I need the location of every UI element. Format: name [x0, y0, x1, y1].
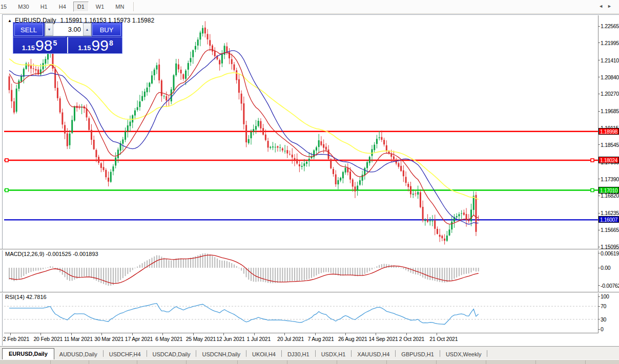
- tab-separator: [315, 350, 316, 357]
- timeframe-button-h1[interactable]: H1: [36, 2, 52, 12]
- buy-price-prefix: 1.15: [78, 44, 91, 52]
- macd-axis-label: 0.006193: [601, 250, 619, 256]
- chart-tab-usdcad[interactable]: USDCAD,Daily: [148, 349, 196, 360]
- timeframe-button-d1[interactable]: D1: [73, 2, 89, 12]
- tab-separator: [103, 350, 104, 357]
- chart-tab-ukoil[interactable]: UKOil,H4: [247, 349, 281, 360]
- timeframe-button-m30[interactable]: M30: [14, 2, 33, 12]
- price-axis-label: 1.17390: [601, 176, 619, 182]
- macd-pane-divider[interactable]: [0, 249, 619, 250]
- time-axis-tick: [71, 333, 72, 335]
- date-axis-label: 7 Aug 2021: [308, 336, 334, 342]
- timeframe-toolbar: 15M30H1H4D1W1MN: [0, 0, 619, 14]
- price-axis-label: 1.22565: [601, 23, 619, 29]
- mt4-terminal: 15M30H1H4D1W1MN ▲EURUSD,Daily1.15991 1.1…: [0, 0, 619, 364]
- volume-increase-button[interactable]: ▲: [83, 23, 91, 36]
- toolbar-separator: [133, 2, 134, 11]
- price-axis-label: 1.21410: [601, 57, 619, 63]
- strip-separator: [337, 360, 337, 364]
- date-axis-label: 12 Jun 2021: [216, 336, 245, 342]
- timeframe-button-mn[interactable]: MN: [111, 2, 128, 12]
- buy-button[interactable]: BUY: [92, 24, 121, 36]
- date-axis-label: 14 Sep 2021: [368, 336, 398, 342]
- timeframe-button-15[interactable]: 15: [0, 2, 11, 12]
- time-axis-tick: [10, 333, 11, 335]
- chart-tab-usdcnh[interactable]: USDCNH,Daily: [197, 349, 245, 360]
- chart-tab-usdx[interactable]: USDX,H1: [316, 349, 351, 360]
- chevron-down-icon: ▼: [48, 28, 51, 31]
- chart-tab-audusd[interactable]: AUDUSD,Daily: [54, 349, 102, 360]
- time-axis-tick: [223, 333, 224, 335]
- sell-button[interactable]: SELL: [14, 24, 43, 36]
- macd-axis-label: 0.00: [601, 265, 610, 271]
- hline-price-label: 1.18998: [599, 128, 619, 135]
- time-axis-tick: [132, 333, 133, 335]
- time-axis-tick: [376, 333, 376, 335]
- macd-axis-label: -0.00762: [601, 283, 619, 289]
- axis-tick: [598, 144, 600, 145]
- tab-separator: [147, 350, 147, 357]
- date-axis-label: 30 Mar 2021: [94, 336, 123, 342]
- hline-price-label: 1.18024: [599, 157, 619, 163]
- rsi-axis-label: 100: [601, 293, 609, 299]
- chart-tab-gbpusd[interactable]: GBPUSD,H1: [396, 349, 439, 360]
- one-click-collapse-triangle-icon[interactable]: ▲: [8, 18, 12, 23]
- volume-decrease-button[interactable]: ▼: [45, 23, 53, 36]
- tab-scroll-arrows[interactable]: ◄►: [599, 4, 616, 9]
- rsi-canvas[interactable]: [4, 293, 598, 333]
- chart-tab-usdchf[interactable]: USDCHF,H4: [104, 349, 146, 360]
- time-axis-tick: [406, 333, 407, 335]
- macd-indicator-label: MACD(12,26,9) -0.001525 -0.001893: [5, 251, 98, 257]
- time-axis-tick: [254, 333, 255, 335]
- price-axis-label: 1.16235: [601, 210, 619, 216]
- date-axis-label: 21 Oct 2021: [429, 336, 458, 342]
- time-axis-line: [4, 333, 599, 333]
- volume-input[interactable]: [53, 23, 83, 36]
- axis-tick: [598, 285, 600, 286]
- axis-tick: [598, 213, 600, 213]
- axis-tick: [598, 319, 600, 319]
- sell-price-prefix: 1.15: [22, 44, 35, 52]
- chevron-up-icon: ▲: [86, 28, 89, 31]
- sell-price[interactable]: 1.15 98 5: [13, 37, 66, 53]
- chart-tab-xauusd[interactable]: XAUUSD,H4: [352, 349, 395, 360]
- time-axis-tick: [101, 333, 102, 335]
- axis-tick: [598, 329, 600, 330]
- price-axis-label: 1.21995: [601, 40, 619, 46]
- tab-separator: [351, 350, 352, 357]
- chart-tab-dj30[interactable]: DJ30,H1: [282, 349, 315, 360]
- axis-tick: [598, 179, 600, 179]
- rsi-indicator-label: RSI(14) 42.7816: [5, 294, 47, 300]
- axis-tick: [598, 196, 600, 196]
- hline-price-label: 1.16007: [599, 216, 619, 223]
- date-axis-label: 1 Jul 2021: [247, 336, 271, 342]
- time-axis-tick: [284, 333, 285, 335]
- tab-separator: [246, 350, 246, 357]
- rsi-axis-label: 0: [601, 326, 604, 332]
- date-axis-label: 20 Feb 2021: [33, 336, 63, 342]
- time-axis-tick: [193, 333, 194, 335]
- date-axis-label: 2 Feb 2021: [3, 336, 29, 342]
- axis-tick: [598, 94, 600, 94]
- chart-symbol-period: EURUSD,Daily: [15, 17, 56, 24]
- rsi-pane-divider[interactable]: [0, 292, 619, 293]
- axis-tick: [598, 247, 600, 247]
- axis-tick: [598, 268, 600, 268]
- price-axis-label: 1.19685: [601, 108, 619, 114]
- tab-scroll-left-icon[interactable]: ◄: [599, 4, 607, 9]
- axis-tick: [598, 26, 600, 27]
- strip-separator: [186, 360, 187, 364]
- timeframe-button-h4[interactable]: H4: [55, 2, 70, 12]
- rsi-axis-label: 70: [601, 303, 606, 309]
- time-axis-tick: [40, 333, 41, 335]
- timeframe-button-w1[interactable]: W1: [92, 2, 109, 12]
- buy-price[interactable]: 1.15 99 8: [67, 37, 123, 53]
- strip-separator: [137, 360, 137, 364]
- time-axis-tick: [315, 333, 316, 335]
- tab-scroll-right-icon[interactable]: ►: [607, 4, 616, 9]
- hline-price-label: 1.17010: [599, 187, 619, 194]
- time-axis-tick: [345, 333, 346, 335]
- chart-tab-eurusd[interactable]: EURUSD,Daily: [2, 348, 54, 360]
- strip-separator: [287, 360, 287, 364]
- chart-tab-usdx[interactable]: USDX,Weekly: [441, 349, 486, 360]
